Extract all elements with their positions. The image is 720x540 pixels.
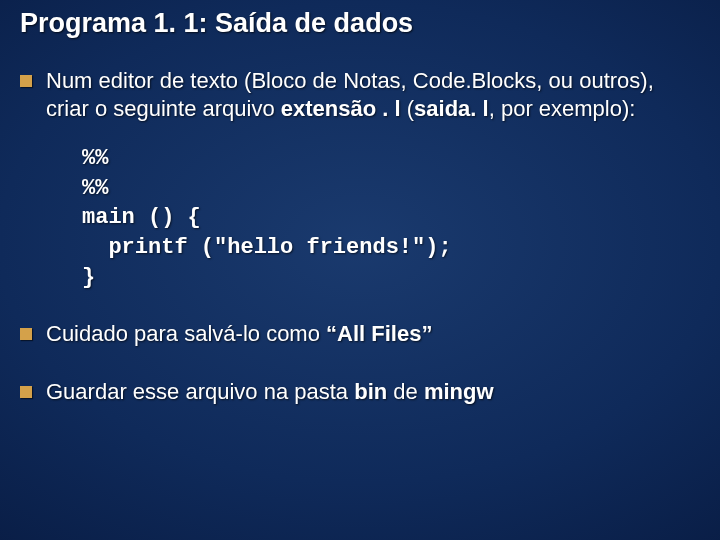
text-fragment: (: [401, 96, 414, 121]
text-fragment: Cuidado para salvá-lo como: [46, 321, 326, 346]
bullet-text-1: Num editor de texto (Bloco de Notas, Cod…: [46, 67, 700, 122]
spacer: [20, 366, 700, 378]
text-fragment: de: [387, 379, 424, 404]
text-bold: extensão . l: [281, 96, 401, 121]
bullet-item-1: Num editor de texto (Bloco de Notas, Cod…: [20, 67, 700, 122]
text-bold: “All Files”: [326, 321, 432, 346]
bullet-item-3: Guardar esse arquivo na pasta bin de min…: [20, 378, 700, 406]
bullet-item-2: Cuidado para salvá-lo como “All Files”: [20, 320, 700, 348]
bullet-icon: [20, 386, 32, 398]
bullet-icon: [20, 328, 32, 340]
text-bold: saida. l: [414, 96, 489, 121]
slide-title: Programa 1. 1: Saída de dados: [20, 8, 700, 39]
code-block: %% %% main () { printf ("hello friends!"…: [82, 144, 700, 292]
slide: Programa 1. 1: Saída de dados Num editor…: [0, 0, 720, 540]
text-fragment: Guardar esse arquivo na pasta: [46, 379, 354, 404]
bullet-text-3: Guardar esse arquivo na pasta bin de min…: [46, 378, 494, 406]
text-bold: bin: [354, 379, 387, 404]
text-fragment: , por exemplo):: [489, 96, 636, 121]
bullet-icon: [20, 75, 32, 87]
text-bold: mingw: [424, 379, 494, 404]
bullet-text-2: Cuidado para salvá-lo como “All Files”: [46, 320, 432, 348]
